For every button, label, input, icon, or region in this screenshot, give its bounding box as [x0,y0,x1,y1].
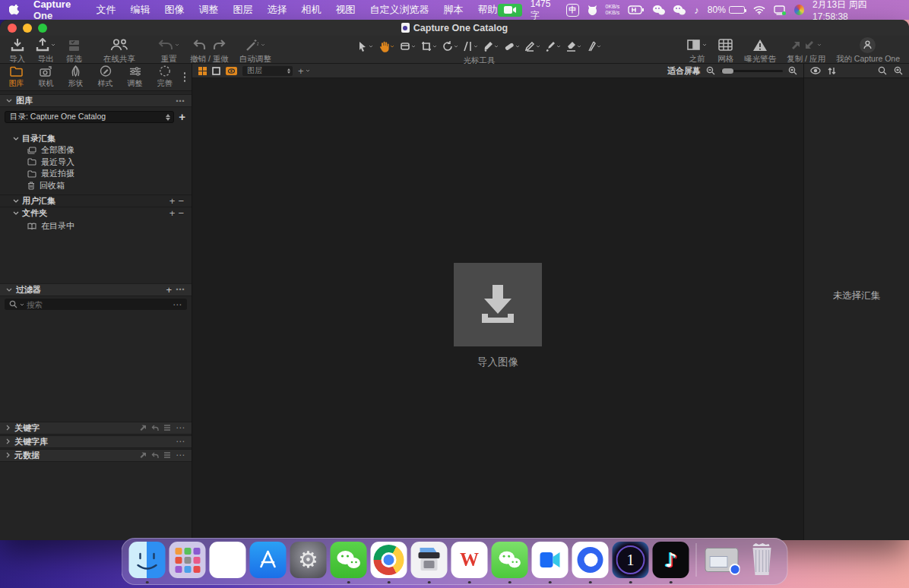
add-filter-button[interactable]: + [166,284,172,296]
keywords-panel-header[interactable]: 关键字 ⋯ [0,422,192,435]
search-input[interactable] [27,300,170,309]
search-field[interactable]: ⋯ [5,299,187,310]
dock-finder-icon[interactable] [128,541,166,579]
menu-edit[interactable]: 编辑 [131,3,150,17]
colored-globe-icon[interactable] [794,5,804,15]
dock-system-settings-icon[interactable]: ⚙ [290,541,328,579]
loupe-tool[interactable] [398,40,417,52]
add-collection-button[interactable]: + [169,195,176,207]
dock-notes-icon[interactable] [209,541,247,579]
spot-removal-tool[interactable] [482,40,500,52]
zoom-slider-handle[interactable] [722,68,733,74]
menu-lines-icon[interactable] [163,425,171,431]
pointer-tool[interactable] [356,40,375,53]
display-mirroring-icon[interactable] [774,5,786,15]
tool-tabs-more-icon[interactable] [179,64,190,90]
add-layer-button[interactable]: + [298,65,310,77]
tree-item-all-images[interactable]: 全部图像 [0,144,192,156]
before-after-button[interactable]: 之前 [687,37,707,65]
pick-arrow-icon[interactable] [140,452,147,459]
library-panel-header[interactable]: 图库 ⋯ [0,94,192,107]
network-speed-status[interactable]: 0KB/s 0KB/s [606,4,620,16]
dock-minimized-window-icon[interactable] [703,541,741,579]
pan-tool[interactable] [377,40,396,53]
metadata-more-icon[interactable]: ⋯ [176,450,185,460]
menu-help[interactable]: 帮助 [478,3,498,17]
battery-status[interactable]: 80% [708,5,745,15]
tab-styles[interactable]: 样式 [90,64,120,90]
menu-layer[interactable]: 图层 [233,3,253,17]
menu-camera[interactable]: 相机 [302,3,321,17]
tree-item-trash[interactable]: 回收箱 [0,180,192,192]
zoom-in-icon[interactable] [788,66,797,75]
grid-button[interactable]: 网格 [717,37,733,65]
menu-custom-browser[interactable]: 自定义浏览器 [370,3,429,17]
tab-shapes[interactable]: 形状 [61,64,90,90]
my-capture-one-button[interactable]: 我的 Capture One [836,37,900,65]
add-folder-button[interactable]: + [169,207,176,219]
power-plug-icon[interactable] [628,5,645,14]
proof-view-icon[interactable] [226,67,237,75]
crop-tool[interactable] [420,40,439,52]
layers-select[interactable]: 图层 [242,66,293,76]
dock-app-store-icon[interactable] [249,541,287,579]
undo-redo-buttons[interactable]: 撤销 / 重做 [190,37,229,65]
erase-mask-tool[interactable] [565,40,583,52]
import-images-tile[interactable] [454,263,542,346]
menu-view[interactable]: 视图 [336,3,356,17]
menu-app-name[interactable]: Capture One [33,0,82,21]
tab-library[interactable]: 图库 [2,64,31,90]
dock-tencent-meeting-icon[interactable] [531,541,569,579]
rotate-tool[interactable] [441,40,460,52]
copy-apply-button[interactable]: 复制 / 应用 [787,37,825,65]
dock-launchpad-icon[interactable] [169,541,207,579]
menu-script[interactable]: 脚本 [444,3,464,17]
dock-wechat-icon[interactable] [330,541,368,579]
zoom-window-button[interactable] [38,24,47,33]
keywords-more-icon[interactable]: ⋯ [176,422,185,433]
menu-adjust[interactable]: 调整 [199,3,219,17]
folders-section[interactable]: 文件夹 + − [0,207,192,219]
exposure-warning-button[interactable]: 曝光警告 [744,37,776,65]
dock-douyin-icon[interactable]: ♪ [652,541,690,579]
eye-icon[interactable] [810,67,821,74]
auto-adjust-button[interactable]: 自动调整 [239,37,271,65]
dock-wechat-2-icon[interactable] [491,541,529,579]
browser-zoom-icon[interactable] [894,66,903,75]
document-proxy-icon[interactable] [401,23,410,33]
dock-capture-one-icon[interactable]: 1 [612,541,650,579]
apple-menu-icon[interactable] [9,5,19,16]
menu-file[interactable]: 文件 [97,3,116,17]
fit-screen-label[interactable]: 适合屏幕 [667,65,701,77]
wechat-2-status-icon[interactable] [673,5,686,15]
menu-image[interactable]: 图像 [165,3,185,17]
sort-icon[interactable] [828,67,836,75]
dock-chrome-icon[interactable] [370,541,408,579]
filter-button[interactable]: 筛选 [66,37,82,65]
menubar-clock[interactable]: 2月13日 周四 17:58:38 [812,0,900,22]
browser-search-icon[interactable] [878,66,887,75]
gradient-mask-tool[interactable] [585,40,603,52]
reset-panel-icon[interactable] [151,452,159,459]
douyin-status-icon[interactable]: ♪ [694,5,699,15]
metadata-panel-header[interactable]: 元数据 ⋯ [0,449,192,462]
library-more-icon[interactable]: ⋯ [176,96,185,106]
close-window-button[interactable] [8,24,17,33]
import-button[interactable]: 导入 [9,37,25,65]
dock-quark-icon[interactable] [572,541,610,579]
tab-tether[interactable]: 联机 [31,64,61,90]
straighten-tool[interactable] [462,40,480,52]
tab-adjustments[interactable]: 调整 [120,64,150,90]
export-button[interactable]: 导出 [36,37,55,65]
screen-record-camera-icon[interactable] [498,4,522,17]
remove-folder-button[interactable]: − [178,207,184,219]
menu-lines-icon[interactable] [163,452,171,458]
tab-refine[interactable]: 完善 [150,64,179,90]
clone-brush-tool[interactable] [524,40,542,52]
reset-panel-icon[interactable] [151,425,159,432]
dock-printer-icon[interactable] [410,541,448,579]
reset-button[interactable]: 重置 [158,37,179,65]
remove-collection-button[interactable]: − [178,195,184,207]
dock-wps-office-icon[interactable]: W [451,541,489,579]
tree-item-in-catalog[interactable]: 在目录中 [0,220,192,232]
